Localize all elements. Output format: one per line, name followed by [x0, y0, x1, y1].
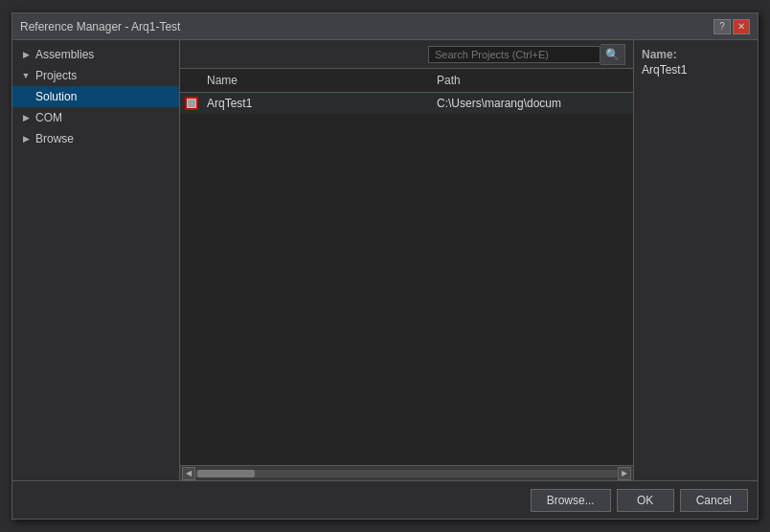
close-button[interactable]: ✕ — [733, 19, 750, 34]
sidebar-item-solution[interactable]: Solution — [12, 86, 179, 107]
browse-button[interactable]: Browse... — [531, 489, 611, 512]
sidebar-item-solution-label: Solution — [35, 90, 77, 103]
chevron-right-icon-browse — [20, 133, 32, 144]
reference-manager-dialog: Reference Manager - Arq1-Test ? ✕ Assemb… — [11, 12, 759, 520]
scroll-left-button[interactable]: ◀ — [182, 467, 195, 480]
table-row[interactable]: ArqTest1 C:\Users\marang\docum — [180, 93, 633, 114]
help-button[interactable]: ? — [713, 19, 731, 34]
chevron-right-icon — [20, 49, 32, 60]
scroll-right-button[interactable]: ▶ — [618, 467, 631, 480]
scrollbar-track[interactable] — [195, 470, 618, 477]
sidebar-item-projects[interactable]: Projects — [12, 65, 179, 86]
cancel-button[interactable]: Cancel — [680, 489, 748, 512]
checkbox-icon[interactable] — [185, 97, 198, 110]
table-container: Name Path ArqTest1 C:\Users\marang\docum — [180, 69, 633, 480]
dialog-content: Assemblies Projects Solution COM Browse — [12, 40, 758, 480]
sidebar-item-browse[interactable]: Browse — [12, 128, 179, 149]
th-path: Path — [433, 72, 633, 89]
chevron-down-icon — [20, 70, 32, 81]
sidebar-item-browse-label: Browse — [35, 132, 74, 145]
main-area: 🔍 Name Path ArqTest1 C: — [180, 40, 633, 480]
row-path-cell: C:\Users\marang\docum — [433, 95, 633, 112]
sidebar-item-assemblies[interactable]: Assemblies — [12, 44, 179, 65]
scrollbar-thumb[interactable] — [197, 470, 255, 477]
sidebar: Assemblies Projects Solution COM Browse — [12, 40, 180, 480]
right-panel-label: Name: — [642, 48, 750, 61]
right-panel: Name: ArqTest1 — [633, 40, 758, 480]
th-checkbox — [180, 72, 203, 89]
footer: Browse... OK Cancel — [12, 480, 758, 519]
search-button[interactable]: 🔍 — [600, 44, 625, 65]
table-header: Name Path — [180, 69, 633, 93]
search-input[interactable] — [428, 46, 600, 63]
title-bar-buttons: ? ✕ — [713, 19, 750, 34]
chevron-right-icon-com — [20, 112, 32, 123]
row-checkbox-cell — [180, 97, 203, 110]
table-body: ArqTest1 C:\Users\marang\docum — [180, 93, 633, 465]
sidebar-item-projects-label: Projects — [35, 69, 77, 82]
window-title: Reference Manager - Arq1-Test — [20, 20, 180, 33]
row-name-cell: ArqTest1 — [203, 95, 433, 112]
th-name: Name — [203, 72, 433, 89]
right-panel-value: ArqTest1 — [642, 63, 750, 77]
search-bar: 🔍 — [180, 40, 633, 69]
horizontal-scrollbar: ◀ ▶ — [180, 465, 633, 480]
ok-button[interactable]: OK — [617, 489, 674, 512]
sidebar-item-com-label: COM — [35, 111, 62, 124]
sidebar-item-com[interactable]: COM — [12, 107, 179, 128]
sidebar-item-assemblies-label: Assemblies — [35, 48, 94, 61]
title-bar: Reference Manager - Arq1-Test ? ✕ — [12, 13, 758, 40]
